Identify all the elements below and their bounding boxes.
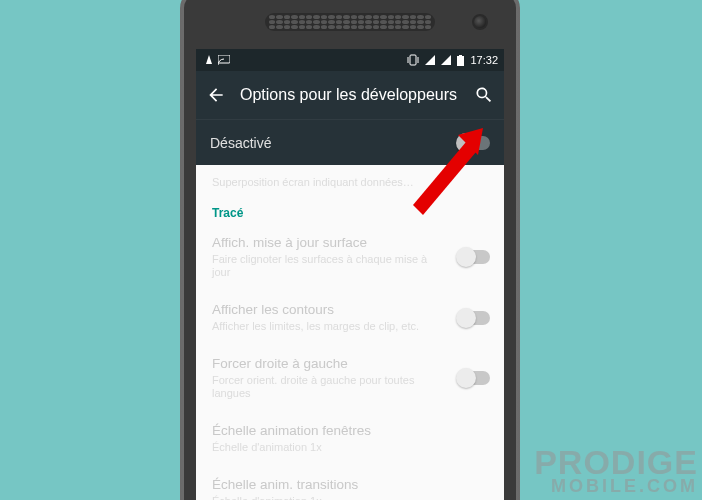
signal-icon <box>425 55 435 65</box>
item-sub: Échelle d'animation 1x <box>212 441 490 455</box>
cast-icon <box>218 55 230 65</box>
svg-rect-8 <box>459 55 462 57</box>
item-title: Forcer droite à gauche <box>212 356 448 373</box>
list-item[interactable]: Affich. mise à jour surfaceFaire clignot… <box>196 224 504 291</box>
master-toggle[interactable] <box>458 136 490 150</box>
master-toggle-label: Désactivé <box>210 135 458 151</box>
app-bar: Options pour les développeurs <box>196 71 504 119</box>
svg-marker-5 <box>425 55 435 65</box>
back-icon[interactable] <box>206 85 226 105</box>
section-header-trace: Tracé <box>196 194 504 224</box>
svg-marker-6 <box>441 55 451 65</box>
item-title: Afficher les contours <box>212 302 448 319</box>
list-item[interactable]: Échelle animation fenêtresÉchelle d'anim… <box>196 412 504 466</box>
status-time: 17:32 <box>470 54 498 66</box>
speaker-grill <box>265 13 435 31</box>
svg-marker-0 <box>206 55 212 64</box>
signal-icon-2 <box>441 55 451 65</box>
front-camera <box>472 14 488 30</box>
list-item[interactable]: Forcer droite à gaucheForcer orient. dro… <box>196 345 504 412</box>
vlc-icon <box>204 55 214 65</box>
item-sub: Forcer orient. droite à gauche pour tout… <box>212 374 448 402</box>
status-bar: 17:32 <box>196 49 504 71</box>
page-title: Options pour les développeurs <box>240 86 460 104</box>
item-title: Échelle anim. transitions <box>212 477 490 494</box>
list-item[interactable]: Échelle anim. transitionsÉchelle d'anima… <box>196 466 504 500</box>
item-toggle[interactable] <box>458 250 490 264</box>
vibrate-icon <box>407 54 419 66</box>
item-title: Échelle animation fenêtres <box>212 423 490 440</box>
search-icon[interactable] <box>474 85 494 105</box>
item-sub: Échelle d'animation 1x <box>212 495 490 500</box>
watermark: PRODIGE MOBILE.COM <box>534 447 698 494</box>
svg-rect-2 <box>410 55 416 65</box>
screen: 17:32 Options pour les développeurs Désa… <box>196 49 504 500</box>
phone-frame: 17:32 Options pour les développeurs Désa… <box>180 0 520 500</box>
item-sub: Faire clignoter les surfaces à chaque mi… <box>212 253 448 281</box>
list-item[interactable]: Superposition écran indiquant données… <box>196 169 504 194</box>
master-toggle-row[interactable]: Désactivé <box>196 119 504 165</box>
phone-body: 17:32 Options pour les développeurs Désa… <box>184 0 516 500</box>
phone-top <box>184 0 516 49</box>
item-toggle[interactable] <box>458 371 490 385</box>
item-sub: Afficher les limites, les marges de clip… <box>212 320 448 334</box>
item-sub: Superposition écran indiquant données… <box>212 176 490 190</box>
settings-list[interactable]: Superposition écran indiquant données… T… <box>196 165 504 500</box>
svg-rect-7 <box>457 56 464 66</box>
list-item[interactable]: Afficher les contoursAfficher les limite… <box>196 291 504 345</box>
item-toggle[interactable] <box>458 311 490 325</box>
battery-icon <box>457 55 464 66</box>
item-title: Affich. mise à jour surface <box>212 235 448 252</box>
